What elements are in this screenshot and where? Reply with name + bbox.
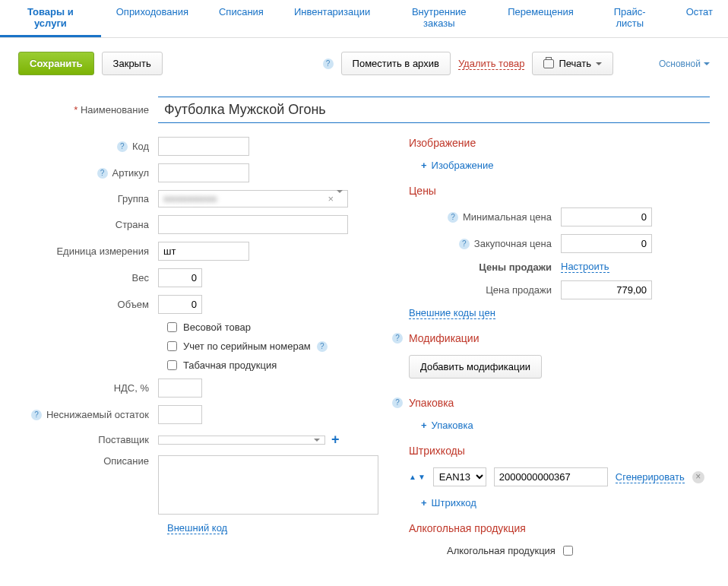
- sale-prices-label: Цены продажи: [409, 261, 561, 273]
- help-icon[interactable]: ?: [392, 333, 403, 344]
- sale-price-label: Цена продажи: [409, 284, 561, 296]
- prices-section-header: Цены: [409, 185, 710, 197]
- configure-link[interactable]: Настроить: [561, 261, 609, 273]
- right-column: Изображение + Изображение Цены ?Минималь…: [409, 137, 710, 556]
- alcohol-label: Алкогольная продукция: [447, 545, 555, 556]
- chevron-down-icon: [337, 190, 343, 204]
- barcodes-section-header: Штрихкоды: [409, 445, 710, 457]
- purchase-price-label: ?Закупочная цена: [409, 238, 561, 249]
- help-icon[interactable]: ?: [317, 341, 328, 352]
- supplier-select[interactable]: [158, 436, 325, 445]
- weight-goods-label: Весовой товар: [183, 322, 251, 333]
- tobacco-label: Табачная продукция: [183, 360, 277, 371]
- add-supplier-button[interactable]: +: [331, 432, 340, 448]
- chevron-down-icon: [596, 62, 602, 65]
- save-button[interactable]: Сохранить: [18, 52, 94, 75]
- chevron-down-icon: [314, 439, 320, 442]
- modifications-section-header: ? Модификации: [409, 332, 710, 344]
- description-label: Описание: [18, 455, 158, 467]
- vat-input[interactable]: [158, 379, 202, 398]
- plus-icon: +: [421, 160, 427, 171]
- group-select[interactable]: ■■■■■■■■■ ×: [158, 190, 348, 207]
- add-image-link[interactable]: + Изображение: [421, 160, 710, 171]
- description-input[interactable]: [158, 455, 378, 515]
- remove-barcode-button[interactable]: ×: [692, 471, 704, 483]
- help-icon[interactable]: ?: [31, 410, 42, 420]
- nav-internal-orders[interactable]: Внутренние заказы: [385, 0, 492, 37]
- nav-transfers[interactable]: Перемещения: [492, 0, 588, 37]
- generate-link[interactable]: Сгенерировать: [616, 471, 685, 483]
- nav-remains[interactable]: Остат: [671, 0, 728, 37]
- volume-input[interactable]: [158, 295, 202, 314]
- barcode-input[interactable]: [494, 467, 608, 486]
- country-input[interactable]: [158, 215, 348, 234]
- nav-goods[interactable]: Товары и услуги: [0, 0, 101, 37]
- alcohol-checkbox[interactable]: [563, 546, 573, 556]
- min-stock-label: ?Неснижаемый остаток: [18, 409, 158, 420]
- serial-checkbox[interactable]: [167, 341, 177, 351]
- barcode-type-select[interactable]: EAN13: [433, 467, 486, 486]
- add-barcode-link[interactable]: + Штрихкод: [421, 497, 710, 508]
- serial-label: Учет по серийным номерам: [183, 341, 311, 352]
- weight-label: Вес: [18, 272, 158, 283]
- nav-receipts[interactable]: Оприходования: [101, 0, 204, 37]
- image-section-header: Изображение: [409, 137, 710, 149]
- reorder-handle[interactable]: ▲▼: [409, 474, 426, 480]
- plus-icon: +: [421, 420, 427, 431]
- group-label: Группа: [18, 193, 158, 204]
- clear-icon[interactable]: ×: [328, 193, 334, 204]
- help-icon[interactable]: ?: [117, 141, 128, 152]
- left-column: ?Код ?Артикул Группа ■■■■■■■■■ × Страна …: [18, 137, 378, 556]
- country-label: Страна: [18, 219, 158, 230]
- unit-label: Единица измерения: [18, 245, 158, 257]
- purchase-price-input[interactable]: [561, 234, 652, 253]
- help-icon[interactable]: ?: [97, 168, 108, 179]
- volume-label: Объем: [18, 299, 158, 310]
- top-nav: Товары и услуги Оприходования Списания И…: [0, 0, 728, 38]
- add-packaging-link[interactable]: + Упаковка: [421, 420, 710, 431]
- min-price-label: ?Минимальная цена: [409, 211, 561, 223]
- min-stock-input[interactable]: [158, 405, 202, 424]
- close-button[interactable]: Закрыть: [102, 52, 163, 75]
- tobacco-checkbox[interactable]: [167, 360, 177, 370]
- supplier-label: Поставщик: [18, 434, 158, 445]
- name-input[interactable]: [158, 97, 710, 123]
- help-icon[interactable]: ?: [323, 59, 334, 69]
- nav-writeoffs[interactable]: Списания: [204, 0, 279, 37]
- nav-inventory[interactable]: Инвентаризации: [279, 0, 385, 37]
- name-label: * Наименование: [18, 104, 158, 116]
- ext-price-codes-link[interactable]: Внешние коды цен: [409, 307, 495, 319]
- print-label: Печать: [559, 58, 591, 69]
- toolbar: Сохранить Закрыть ? Поместить в архив Уд…: [0, 38, 728, 89]
- vat-label: НДС, %: [18, 382, 158, 394]
- sale-price-input[interactable]: [561, 280, 652, 299]
- print-button[interactable]: Печать: [532, 52, 613, 75]
- unit-input[interactable]: [158, 242, 249, 261]
- printer-icon: [543, 59, 554, 68]
- plus-icon: +: [421, 497, 427, 508]
- help-icon[interactable]: ?: [392, 398, 403, 408]
- code-input[interactable]: [158, 137, 249, 156]
- article-input[interactable]: [158, 163, 249, 182]
- add-modifications-button[interactable]: Добавить модификации: [409, 355, 542, 379]
- alcohol-section-header: Алкогольная продукция: [409, 522, 710, 534]
- packaging-section-header: ? Упаковка: [409, 397, 710, 409]
- article-label: ?Артикул: [18, 167, 158, 179]
- weight-input[interactable]: [158, 268, 202, 287]
- nav-pricelists[interactable]: Прайс-листы: [589, 0, 671, 37]
- weight-goods-checkbox[interactable]: [167, 322, 177, 332]
- archive-button[interactable]: Поместить в архив: [341, 52, 451, 75]
- help-icon[interactable]: ?: [448, 212, 458, 223]
- delete-link[interactable]: Удалить товар: [458, 58, 525, 70]
- main-dropdown[interactable]: Основной: [659, 59, 710, 69]
- min-price-input[interactable]: [561, 207, 652, 226]
- help-icon[interactable]: ?: [459, 239, 470, 249]
- code-label: ?Код: [18, 141, 158, 152]
- ext-code-link[interactable]: Внешний код: [167, 522, 227, 534]
